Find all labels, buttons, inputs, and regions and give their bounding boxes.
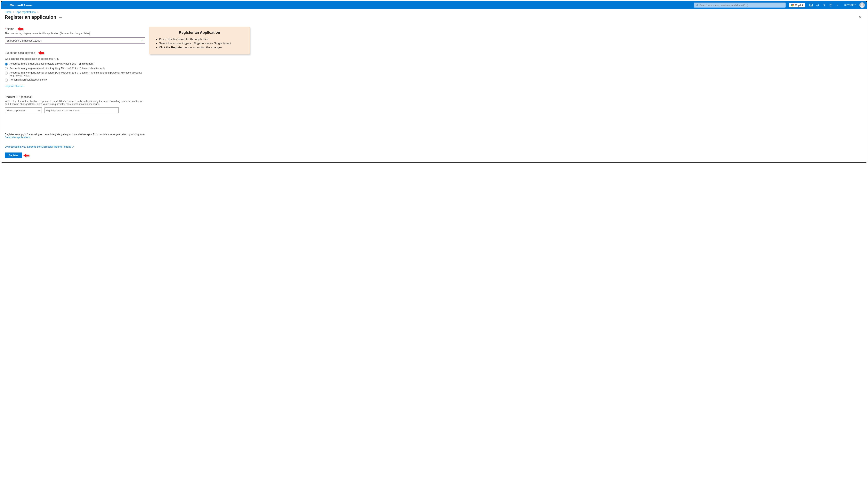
more-actions-button[interactable]: ⋯ (59, 16, 63, 19)
close-blade-button[interactable]: ✕ (857, 14, 863, 20)
enterprise-applications-link[interactable]: Enterprise applications (5, 136, 30, 139)
page-title: Register an application (5, 15, 56, 20)
annotation-arrow-icon (17, 27, 23, 31)
callout-item: Key in display name for the application (159, 38, 244, 41)
name-input-wrap[interactable]: ✓ (5, 38, 145, 44)
search-input[interactable] (699, 4, 784, 7)
user-avatar[interactable] (860, 2, 865, 8)
svg-point-0 (696, 4, 698, 6)
account-type-label[interactable]: Personal Microsoft accounts only (9, 78, 47, 81)
svg-point-6 (831, 6, 831, 6)
validation-check-icon: ✓ (141, 39, 143, 42)
copilot-button[interactable]: Copilot (789, 3, 805, 7)
callout-title: Register an Application (154, 30, 244, 35)
cloud-shell-icon[interactable] (810, 3, 813, 7)
azure-topbar: Microsoft Azure Copilot SKYPOINT (1, 1, 867, 9)
callout-item: Select the account types : Skypoint only… (159, 42, 244, 45)
copilot-label: Copilot (795, 4, 803, 7)
breadcrumb-app-registrations[interactable]: App registrations (17, 10, 36, 14)
account-types-help: Who can use this application or access t… (5, 57, 149, 60)
platform-select-value: Select a platform (6, 109, 26, 112)
account-types-radio-group: Accounts in this organizational director… (5, 62, 149, 81)
copilot-icon (791, 4, 794, 6)
platform-select[interactable]: Select a platform (5, 107, 42, 113)
account-type-label[interactable]: Accounts in this organizational director… (9, 62, 94, 65)
redirect-uri-help: We'll return the authentication response… (5, 100, 143, 105)
account-type-label[interactable]: Accounts in any organizational directory… (9, 71, 142, 77)
register-button[interactable]: Register (5, 152, 22, 158)
annotation-arrow-icon (38, 51, 44, 55)
breadcrumb: Home > App registrations > (1, 9, 867, 14)
breadcrumb-separator: > (38, 10, 39, 14)
footer-note: Register an app you're working on here. … (5, 133, 149, 139)
callout-item: Click the Register button to confirm the… (159, 46, 244, 49)
name-help-text: The user-facing display name for this ap… (5, 32, 149, 35)
name-field-label: * Name (5, 27, 149, 31)
account-type-radio-multitenant[interactable] (5, 67, 8, 70)
account-type-radio-single-tenant[interactable] (5, 63, 8, 66)
svg-point-7 (837, 4, 838, 5)
annotation-arrow-icon (23, 154, 29, 157)
feedback-icon[interactable] (836, 3, 839, 7)
hamburger-menu-icon[interactable] (3, 4, 7, 6)
help-icon[interactable] (829, 3, 832, 7)
account-type-radio-multitenant-personal[interactable] (5, 72, 8, 74)
app-name-input[interactable] (6, 39, 141, 42)
help-me-choose-link[interactable]: Help me choose... (5, 84, 25, 88)
account-type-label[interactable]: Accounts in any organizational directory… (9, 67, 104, 70)
settings-gear-icon[interactable] (823, 3, 826, 7)
account-types-label: Supported account types (5, 51, 149, 55)
breadcrumb-separator: > (13, 10, 15, 14)
redirect-uri-input[interactable] (45, 107, 119, 113)
tenant-name: SKYPOINT (844, 4, 856, 6)
redirect-uri-label: Redirect URI (optional) (5, 95, 149, 98)
external-link-icon: ↗ (72, 146, 74, 148)
global-search[interactable] (694, 3, 785, 8)
instruction-callout: Register an Application Key in display n… (149, 27, 250, 54)
svg-rect-2 (810, 4, 813, 6)
notifications-icon[interactable] (816, 3, 819, 7)
required-asterisk: * (5, 27, 6, 30)
search-icon (696, 4, 698, 6)
brand-label[interactable]: Microsoft Azure (10, 3, 32, 7)
platform-policies-link[interactable]: By proceeding, you agree to the Microsof… (5, 145, 74, 148)
account-type-radio-personal-only[interactable] (5, 79, 8, 81)
svg-line-1 (697, 5, 698, 6)
breadcrumb-home[interactable]: Home (5, 10, 11, 14)
chevron-down-icon (38, 109, 40, 112)
svg-point-4 (824, 5, 825, 6)
